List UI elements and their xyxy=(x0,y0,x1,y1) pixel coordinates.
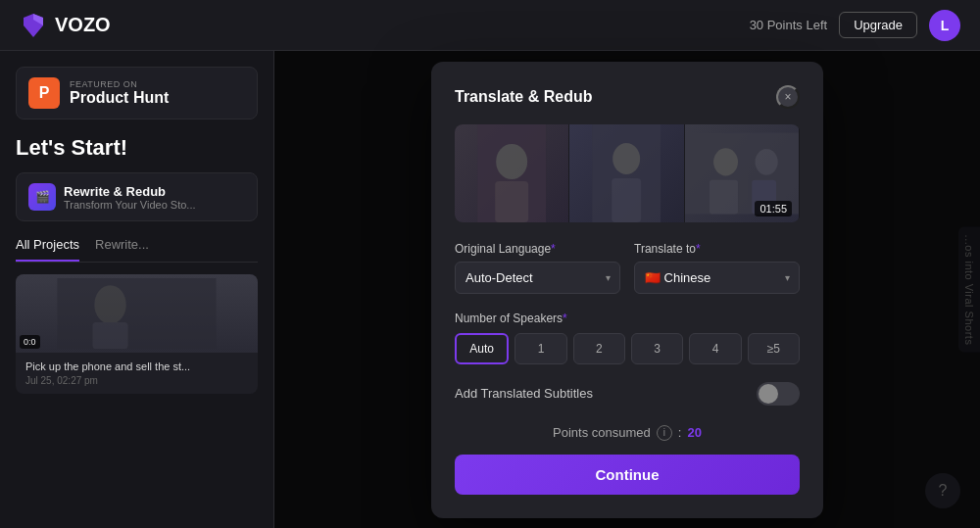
speaker-btn-1[interactable]: 1 xyxy=(514,333,566,364)
speakers-options: Auto 1 2 3 4 ≥5 xyxy=(455,333,800,364)
project-info: Pick up the phone and sell the st... Jul… xyxy=(16,353,258,394)
video-timestamp: 01:55 xyxy=(755,201,792,216)
video-frame-2 xyxy=(569,124,684,222)
lets-start-heading: Let's Start! xyxy=(16,135,258,161)
avatar[interactable]: L xyxy=(929,10,960,41)
rewrite-subtitle: Transform Your Video Sto... xyxy=(64,199,196,211)
original-language-select-wrapper: Auto-Detect English Spanish ▾ xyxy=(455,262,620,294)
rewrite-card-inner: 🎬 Rewrite & Redub Transform Your Video S… xyxy=(28,183,245,211)
original-language-group: Original Language* Auto-Detect English S… xyxy=(455,242,620,294)
speakers-section: Number of Speakers* Auto 1 2 3 4 ≥5 xyxy=(455,312,800,364)
project-card[interactable]: 0:0 Pick up the phone and sell the st...… xyxy=(16,274,258,394)
logo-text: VOZO xyxy=(55,14,111,36)
speakers-label: Number of Speakers* xyxy=(455,312,800,325)
upgrade-button[interactable]: Upgrade xyxy=(839,12,917,38)
translate-to-select[interactable]: 🇨🇳 Chinese 🇺🇸 English 🇯🇵 Japanese xyxy=(634,262,800,294)
project-title: Pick up the phone and sell the st... xyxy=(25,360,248,372)
speaker-btn-2[interactable]: 2 xyxy=(573,333,625,364)
svg-rect-7 xyxy=(495,181,528,222)
projects-tabs: All Projects Rewrite... xyxy=(16,237,258,263)
rewrite-card[interactable]: 🎬 Rewrite & Redub Transform Your Video S… xyxy=(16,172,258,221)
modal-title: Translate & Redub xyxy=(455,88,592,106)
svg-point-12 xyxy=(713,148,738,175)
thumb-person xyxy=(16,274,258,353)
svg-rect-4 xyxy=(93,322,128,349)
subtitles-label: Add Translated Subtitles xyxy=(455,386,593,401)
translate-to-label: Translate to* xyxy=(634,242,800,256)
original-language-label: Original Language* xyxy=(455,242,620,256)
product-hunt-banner[interactable]: P FEATURED ON Product Hunt xyxy=(16,67,258,120)
subtitles-toggle-row: Add Translated Subtitles xyxy=(455,382,800,406)
svg-point-3 xyxy=(94,285,125,324)
translate-to-group: Translate to* 🇨🇳 Chinese 🇺🇸 English 🇯🇵 J… xyxy=(634,242,800,294)
navbar-right: 30 Points Left Upgrade L xyxy=(750,10,960,41)
modal-header: Translate & Redub × xyxy=(455,85,800,109)
logo-icon xyxy=(20,12,47,39)
points-row: Points consumed i : 20 xyxy=(455,425,800,441)
rewrite-icon: 🎬 xyxy=(28,183,56,211)
translate-to-select-wrapper: 🇨🇳 Chinese 🇺🇸 English 🇯🇵 Japanese ▾ xyxy=(634,262,800,294)
video-frame-1 xyxy=(455,124,569,222)
speaker-btn-4[interactable]: 4 xyxy=(689,333,741,364)
svg-rect-10 xyxy=(612,178,641,222)
content-area: ...os into Viral Shorts ? Translate & Re… xyxy=(274,51,980,528)
svg-point-6 xyxy=(496,144,527,179)
toggle-thumb xyxy=(759,384,778,404)
language-selects-row: Original Language* Auto-Detect English S… xyxy=(455,242,800,294)
product-hunt-icon: P xyxy=(28,77,60,109)
info-icon: i xyxy=(657,425,672,441)
navbar: VOZO 30 Points Left Upgrade L xyxy=(0,0,980,51)
project-date: Jul 25, 02:27 pm xyxy=(25,375,248,386)
modal-overlay: Translate & Redub × xyxy=(274,51,980,528)
speaker-btn-5plus[interactable]: ≥5 xyxy=(748,333,800,364)
points-consumed-label: Points consumed xyxy=(553,425,651,440)
svg-rect-14 xyxy=(710,179,738,214)
logo: VOZO xyxy=(20,12,111,39)
ph-text: FEATURED ON Product Hunt xyxy=(70,79,169,107)
tab-all-projects[interactable]: All Projects xyxy=(16,237,79,262)
rewrite-title: Rewrite & Redub xyxy=(64,184,196,199)
speaker-btn-auto[interactable]: Auto xyxy=(455,333,509,364)
points-value: 20 xyxy=(687,425,701,440)
continue-button[interactable]: Continue xyxy=(455,455,800,495)
main-layout: P FEATURED ON Product Hunt Let's Start! … xyxy=(0,51,980,528)
tab-rewrite[interactable]: Rewrite... xyxy=(95,237,149,262)
video-frames xyxy=(455,124,800,222)
ph-name-label: Product Hunt xyxy=(70,89,169,107)
speaker-btn-3[interactable]: 3 xyxy=(631,333,683,364)
svg-point-13 xyxy=(755,149,777,175)
sidebar: P FEATURED ON Product Hunt Let's Start! … xyxy=(0,51,274,528)
thumb-badge: 0:0 xyxy=(20,335,40,349)
points-left: 30 Points Left xyxy=(750,18,828,32)
svg-rect-2 xyxy=(58,278,217,349)
video-preview: 01:55 xyxy=(455,124,800,222)
translate-redub-modal: Translate & Redub × xyxy=(431,62,823,518)
subtitles-toggle[interactable] xyxy=(757,382,800,406)
ph-featured-label: FEATURED ON xyxy=(70,79,169,89)
svg-point-9 xyxy=(612,143,640,174)
rewrite-info: Rewrite & Redub Transform Your Video Sto… xyxy=(64,184,196,211)
modal-close-button[interactable]: × xyxy=(776,85,800,109)
project-thumbnail: 0:0 xyxy=(16,274,258,353)
original-language-select[interactable]: Auto-Detect English Spanish xyxy=(455,262,620,294)
